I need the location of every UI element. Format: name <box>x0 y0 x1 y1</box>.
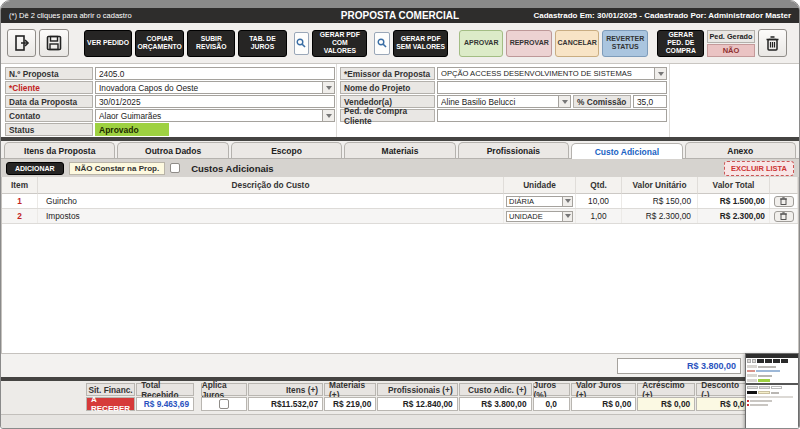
row-descricao[interactable]: Guincho <box>38 194 504 208</box>
row-unidade-select[interactable]: DIÁRIA <box>504 194 576 208</box>
num-proposta-field[interactable]: 2405.0 <box>95 67 335 80</box>
chevron-down-icon[interactable] <box>654 68 666 79</box>
preview-pdf-com-valores-button[interactable] <box>294 32 310 55</box>
row-number: 1 <box>2 194 38 208</box>
titlebar: (*) Dê 2 cliques para abrir o cadastro P… <box>1 8 799 23</box>
col-actions <box>770 177 798 194</box>
tab-itens-da-proposta[interactable]: Itens da Proposta <box>4 142 115 158</box>
table-row: 2 Impostos UNIDADE 1,00 R$ 2.300,00 R$ 2… <box>2 209 798 224</box>
subir-revisao-button[interactable]: SUBIR REVISÃO <box>187 30 235 57</box>
registered-info: Cadastrado Em: 30/01/2025 - Cadastrado P… <box>533 11 791 20</box>
adicionar-button[interactable]: ADICIONAR <box>6 162 64 175</box>
data-proposta-label: Data da Proposta <box>5 95 93 108</box>
tab-materiais[interactable]: Materiais <box>344 142 455 158</box>
chevron-down-icon[interactable] <box>562 197 572 206</box>
row-delete-button[interactable] <box>774 196 794 207</box>
comissao-field[interactable]: 35,0 <box>633 95 667 108</box>
num-proposta-label: N.º Proposta <box>5 67 93 80</box>
aplica-juros-checkbox[interactable] <box>219 399 229 409</box>
costs-total-value: R$ 3.800,00 <box>617 358 741 374</box>
chevron-down-icon[interactable] <box>558 96 570 107</box>
profissionais-value: R$ 12.840,00 <box>377 397 457 411</box>
row-valor-unitario[interactable]: R$ 150,00 <box>622 194 698 208</box>
reverter-status-button[interactable]: REVERTER STATUS <box>602 30 648 57</box>
juros-pct-value[interactable]: 0,0 <box>533 397 570 411</box>
aplica-juros-label: Aplica Juros <box>201 383 248 396</box>
row-valor-unitario[interactable]: R$ 2.300,00 <box>622 209 698 223</box>
ped-compra-cliente-label: Ped. de Compra Cliente <box>340 109 435 122</box>
row-number: 2 <box>2 209 38 223</box>
copiar-orcamento-button[interactable]: COPIAR ORÇAMENTO <box>135 30 184 57</box>
acrescimo-label: Acréscimo (+) <box>637 383 695 396</box>
reprovar-button[interactable]: REPROVAR <box>506 30 552 57</box>
excluir-lista-button[interactable]: EXCLUIR LISTA <box>724 161 794 176</box>
magnifier-icon <box>296 38 306 48</box>
save-floppy-icon <box>46 35 62 51</box>
tab-custo-adicional[interactable]: Custo Adicional <box>571 143 682 159</box>
nome-projeto-field[interactable] <box>437 81 667 94</box>
custo-adic-value: R$ 3.800,00 <box>459 397 532 411</box>
tab-profissionais[interactable]: Profissionais <box>458 142 569 158</box>
itens-label: Itens (+) <box>248 383 323 396</box>
aprovar-button[interactable]: APROVAR <box>459 30 503 57</box>
col-valor-total: Valor Total <box>698 177 770 194</box>
tab-outroa-dados[interactable]: Outroa Dados <box>117 142 228 158</box>
costs-table: Item Descrição do Custo Unidade Qtd. Val… <box>1 177 799 353</box>
ped-compra-cliente-field[interactable] <box>437 109 667 122</box>
preview-pdf-sem-valores-button[interactable] <box>374 32 390 55</box>
juros-pct-label: Juros (%) <box>533 383 570 396</box>
itens-value: R$11.532,07 <box>248 397 323 411</box>
trash-icon <box>780 197 787 205</box>
nao-constar-label: NÃO Constar na Prop. <box>69 162 165 175</box>
table-total-strip: R$ 3.800,00 <box>1 353 799 377</box>
status-label: Status <box>5 123 93 136</box>
contato-select[interactable]: Alaor Guimarães <box>95 109 335 122</box>
row-qtd[interactable]: 1,00 <box>576 209 622 223</box>
cliente-select[interactable]: Inovadora Capos do Oeste <box>95 81 335 94</box>
emissor-select[interactable]: OPÇÃO ACCESS DESENVOLVIMENTO DE SISTEMAS <box>437 67 667 80</box>
ped-gerado-label: Ped. Gerado <box>707 30 754 43</box>
total-recebido-value: R$ 9.463,69 <box>136 397 194 411</box>
window-chrome <box>1 1 799 8</box>
status-strip <box>1 414 799 429</box>
nao-constar-checkbox[interactable] <box>170 163 180 173</box>
gerar-pdf-com-valores-button[interactable]: GERAR PDF COM VALORES <box>312 30 367 57</box>
chevron-down-icon[interactable] <box>322 82 334 93</box>
col-descricao: Descrição do Custo <box>38 177 504 194</box>
chevron-down-icon[interactable] <box>562 212 572 221</box>
acrescimo-value[interactable]: R$ 0,00 <box>637 397 695 411</box>
exit-door-icon <box>14 35 30 51</box>
row-unidade-select[interactable]: UNIDADE <box>504 209 576 223</box>
col-item: Item <box>2 177 38 194</box>
comissao-label: % Comissão <box>573 95 631 108</box>
magnifier-icon <box>377 38 387 48</box>
nome-projeto-label: Nome do Projeto <box>340 81 435 94</box>
vendedor-select[interactable]: Aline Basilio Belucci <box>437 95 571 108</box>
chevron-down-icon[interactable] <box>322 110 334 121</box>
tab-escopo[interactable]: Escopo <box>231 142 342 158</box>
cancelar-button[interactable]: CANCELAR <box>555 30 599 57</box>
data-proposta-field[interactable]: 30/01/2025 <box>95 95 335 108</box>
status-badge: Aprovado <box>95 123 169 136</box>
materiais-value: R$ 219,00 <box>324 397 376 411</box>
save-button[interactable] <box>39 29 68 57</box>
summary-bar: Sit. Financ. A RECEBER Total Recebido R$… <box>1 381 799 414</box>
row-delete-button[interactable] <box>774 211 794 222</box>
proposal-window: (*) Dê 2 cliques para abrir o cadastro P… <box>0 0 800 429</box>
profissionais-label: Profissionais (+) <box>377 383 457 396</box>
ver-pedido-button[interactable]: VER PEDIDO <box>84 30 132 57</box>
column-divider <box>669 64 670 137</box>
gerar-ped-compra-button[interactable]: GERAR PED. DE COMPRA <box>657 30 704 57</box>
gerar-pdf-sem-valores-button[interactable]: GERAR PDF SEM VALORES <box>393 30 448 57</box>
tab-de-juros-button[interactable]: TAB. DE JUROS <box>238 30 286 57</box>
column-divider <box>336 64 337 137</box>
delete-proposal-button[interactable] <box>758 29 787 57</box>
ped-gerado-indicator: Ped. Gerado NÃO <box>707 30 754 57</box>
valor-juros-value: R$ 0,00 <box>571 397 636 411</box>
tab-anexo[interactable]: Anexo <box>685 142 796 158</box>
sit-financ-badge: A RECEBER <box>86 397 135 411</box>
row-qtd[interactable]: 10,00 <box>576 194 622 208</box>
exit-button[interactable] <box>7 29 36 57</box>
row-descricao[interactable]: Impostos <box>38 209 504 223</box>
tab-bar: Itens da Proposta Outroa Dados Escopo Ma… <box>1 141 799 159</box>
